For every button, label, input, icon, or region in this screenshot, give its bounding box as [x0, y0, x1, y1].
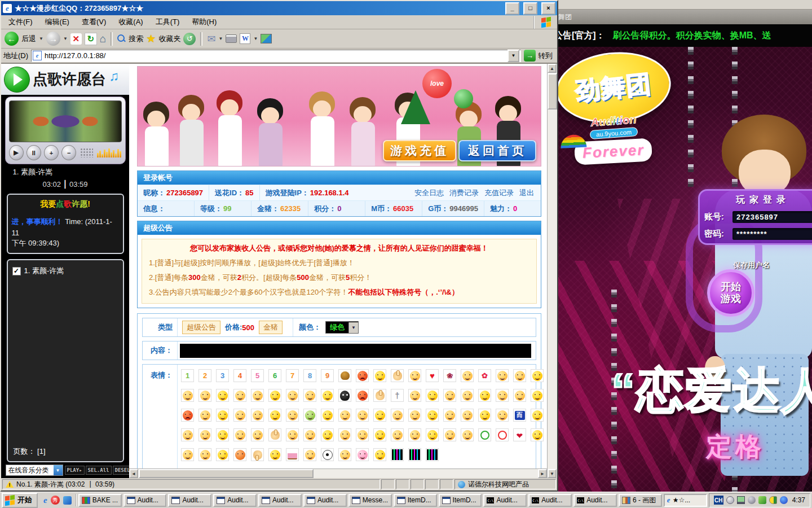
- edit-word-icon[interactable]: W: [240, 33, 250, 44]
- face-icon[interactable]: [373, 428, 386, 441]
- face-icon[interactable]: [216, 389, 229, 402]
- address-url[interactable]: http://127.0.0.1:88/: [45, 51, 505, 60]
- ghost-icon[interactable]: [338, 389, 351, 402]
- account-link[interactable]: 消费记录: [449, 188, 479, 198]
- volume-tray-icon[interactable]: [748, 496, 756, 504]
- home-icon[interactable]: ⌂: [100, 33, 106, 45]
- face-icon[interactable]: [321, 428, 334, 441]
- start-game-button[interactable]: 开始 游戏: [707, 269, 754, 317]
- taskbar-task-messe-[interactable]: Messe...: [348, 494, 392, 507]
- wilted-rose-icon[interactable]: ❀: [443, 369, 456, 382]
- account-link[interactable]: 充值记录: [484, 188, 514, 198]
- digit-2-icon[interactable]: 2: [198, 369, 211, 382]
- face-icon[interactable]: [513, 369, 526, 382]
- face-icon[interactable]: [478, 389, 491, 402]
- face-icon[interactable]: [356, 409, 369, 422]
- face-icon[interactable]: [426, 409, 439, 422]
- taskbar-task-itemd-[interactable]: ItemD...: [394, 494, 437, 507]
- face-icon[interactable]: [286, 389, 299, 402]
- taskbar-task-audit-[interactable]: Audit...: [213, 494, 257, 507]
- browser-titlebar[interactable]: e ★☆★漫步红尘QQ：272365897★☆★ _ □ ×: [1, 1, 557, 15]
- network-tray-icon[interactable]: [780, 496, 788, 504]
- face-icon[interactable]: [338, 409, 351, 422]
- face-icon[interactable]: [233, 409, 246, 422]
- face-icon[interactable]: [303, 448, 316, 461]
- edit-dropdown-icon[interactable]: ▼: [253, 36, 258, 41]
- quick-show-icon[interactable]: 秀: [51, 496, 60, 505]
- face-icon[interactable]: [478, 409, 491, 422]
- face-icon[interactable]: [391, 409, 404, 422]
- taskbar-task-itemd-[interactable]: ItemD...: [439, 494, 482, 507]
- close-button[interactable]: ×: [541, 2, 555, 15]
- face-icon[interactable]: [461, 428, 474, 441]
- face-icon[interactable]: [531, 428, 544, 441]
- go-button[interactable]: → 转到: [524, 50, 555, 62]
- face-icon[interactable]: [251, 409, 264, 422]
- digit-7-icon[interactable]: 7: [286, 369, 299, 382]
- quick-messenger-icon[interactable]: [63, 496, 72, 505]
- face-icon[interactable]: [426, 389, 439, 402]
- menu-item[interactable]: 文件(F): [2, 16, 39, 28]
- scroll-right-icon[interactable]: ►: [538, 469, 547, 478]
- language-indicator[interactable]: CH: [714, 496, 723, 505]
- heart-icon[interactable]: ♥: [426, 369, 439, 382]
- favorites-star-icon[interactable]: ★: [146, 32, 156, 45]
- face-icon[interactable]: [513, 389, 526, 402]
- scheduler-tray-icon[interactable]: [726, 496, 734, 504]
- angry-icon[interactable]: [181, 409, 194, 422]
- forward-icon[interactable]: →: [46, 32, 60, 46]
- face-icon[interactable]: [496, 409, 509, 422]
- face-icon[interactable]: [373, 448, 386, 461]
- color-select[interactable]: 绿色 ▼: [325, 321, 359, 334]
- face-icon[interactable]: [496, 369, 509, 382]
- thumb-down-icon[interactable]: [251, 448, 264, 461]
- playlist-control-button[interactable]: DESEL: [113, 466, 129, 475]
- face-icon[interactable]: [216, 428, 229, 441]
- vertical-scrollbar[interactable]: ▲ ▼: [547, 64, 557, 478]
- tv-icon[interactable]: 而: [513, 409, 526, 422]
- poop-icon[interactable]: [338, 369, 351, 382]
- account-link[interactable]: 安全日志: [414, 188, 444, 198]
- play-badge-icon[interactable]: [4, 67, 30, 93]
- thumb-icon[interactable]: [391, 369, 404, 382]
- angry-icon[interactable]: [356, 369, 369, 382]
- play-button[interactable]: ▶: [9, 145, 24, 160]
- digit-3-icon[interactable]: 3: [216, 369, 229, 382]
- taskbar-task-audit-[interactable]: Audit...: [123, 494, 167, 507]
- checkbox-checked-icon[interactable]: ✓: [12, 267, 21, 275]
- print-icon[interactable]: [226, 34, 237, 43]
- search-icon[interactable]: [117, 34, 126, 43]
- search-button[interactable]: 搜索: [129, 34, 143, 44]
- kiss-icon[interactable]: ♥: [513, 428, 526, 441]
- face-icon[interactable]: [233, 428, 246, 441]
- media-icon[interactable]: [261, 34, 272, 43]
- back-dropdown-icon[interactable]: ▼: [39, 36, 43, 41]
- taskbar-task-audit-[interactable]: C:\Audit...: [573, 494, 617, 507]
- frog-icon[interactable]: [303, 409, 316, 422]
- horizontal-scroll-thumb[interactable]: [139, 469, 314, 478]
- outline-red-icon[interactable]: [496, 428, 509, 441]
- menu-item[interactable]: 编辑(E): [39, 16, 76, 28]
- face-icon[interactable]: [443, 409, 456, 422]
- scroll-left-icon[interactable]: ◄: [129, 469, 138, 478]
- dancer-icon[interactable]: [426, 448, 439, 461]
- face-icon[interactable]: [461, 389, 474, 402]
- face-icon[interactable]: [198, 389, 211, 402]
- taskbar-task-audit-[interactable]: C:\Audit...: [483, 494, 527, 507]
- account-link[interactable]: 退出: [519, 188, 534, 198]
- scroll-down-icon[interactable]: ▼: [548, 469, 557, 478]
- playlist-control-button[interactable]: SEL.All: [86, 466, 112, 475]
- maximize-button[interactable]: □: [523, 2, 537, 15]
- digit-4-icon[interactable]: 4: [233, 369, 246, 382]
- crab-icon[interactable]: [233, 448, 246, 461]
- face-icon[interactable]: [233, 389, 246, 402]
- digit-1-icon[interactable]: 1: [181, 369, 194, 382]
- taskbar-task-audit-[interactable]: Audit...: [303, 494, 347, 507]
- menu-item[interactable]: 查看(V): [76, 16, 112, 28]
- digit-8-icon[interactable]: 8: [303, 369, 316, 382]
- volume-up-button[interactable]: +: [44, 145, 59, 160]
- face-icon[interactable]: [198, 409, 211, 422]
- game-window-titlebar[interactable]: 舞团: [545, 10, 812, 24]
- face-icon[interactable]: [426, 428, 439, 441]
- horizontal-scrollbar[interactable]: ◄ ►: [129, 468, 547, 478]
